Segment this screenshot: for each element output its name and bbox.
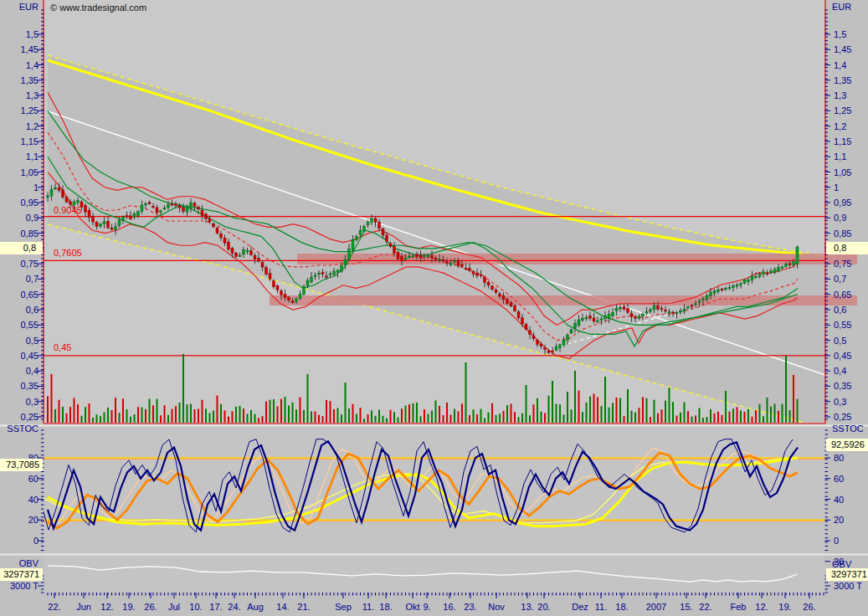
svg-text:22.: 22. [48,602,60,612]
svg-text:Aug: Aug [247,602,264,612]
x-axis: 22.Jun12.19.26.Jul10.17.24.Aug14.21.Sep1… [48,593,824,612]
svg-text:Okt: Okt [405,602,419,612]
svg-text:80: 80 [834,453,844,463]
svg-text:18.: 18. [615,602,628,612]
current-price-label-left: 0,8 [0,242,43,254]
obv-value-right: 3297371 [826,568,868,581]
svg-text:1: 1 [834,182,839,192]
svg-text:0,5: 0,5 [26,336,39,346]
obv-scale-tick-left: 3000 T [0,581,39,591]
svg-text:1: 1 [33,182,39,192]
svg-text:0,7: 0,7 [834,274,846,284]
svg-text:16.: 16. [443,602,455,612]
svg-text:1,5: 1,5 [834,29,846,39]
svg-text:60: 60 [834,474,844,484]
svg-text:1,2: 1,2 [26,121,39,131]
svg-text:1,15: 1,15 [21,136,39,146]
obv-scale-tick-right: 3000 T [834,581,862,591]
svg-text:0,3: 0,3 [26,397,39,407]
svg-text:20: 20 [834,515,844,525]
svg-text:1,4: 1,4 [834,60,846,70]
svg-text:0,65: 0,65 [834,290,851,300]
svg-text:1,05: 1,05 [21,167,39,177]
svg-text:0,75: 0,75 [21,259,39,269]
svg-text:1,2: 1,2 [834,121,846,131]
svg-text:0,65: 0,65 [21,290,39,300]
svg-text:0,95: 0,95 [834,198,851,208]
svg-text:1,45: 1,45 [21,44,39,54]
svg-text:0,3: 0,3 [834,397,846,407]
svg-text:21.: 21. [297,602,310,612]
level-label-0-7605: 0,7605 [54,248,82,258]
svg-text:Nov: Nov [488,602,505,612]
svg-text:40: 40 [834,495,844,505]
svg-text:40: 40 [28,495,39,505]
svg-text:12.: 12. [100,602,113,612]
svg-text:60: 60 [28,474,39,484]
svg-text:0,55: 0,55 [834,320,851,330]
svg-text:1,05: 1,05 [834,167,851,177]
obv-title-left: OBV [0,558,39,568]
svg-text:23.: 23. [464,602,476,612]
svg-text:0,6: 0,6 [834,305,846,315]
svg-text:20: 20 [28,515,39,525]
svg-text:0,55: 0,55 [21,320,39,330]
svg-text:1,1: 1,1 [26,151,39,162]
svg-text:11.: 11. [362,602,374,612]
svg-text:1,1: 1,1 [834,151,846,162]
svg-text:0,5: 0,5 [834,336,846,346]
svg-text:0: 0 [33,536,39,546]
svg-text:Dez: Dez [572,602,588,612]
svg-text:Jun: Jun [76,602,91,612]
svg-text:1,25: 1,25 [834,105,851,116]
tradesignal-chart-window: 1,51,51,451,451,41,41,351,351,31,31,251,… [0,0,868,616]
svg-text:11.: 11. [595,602,607,612]
level-label-0-9045: 0,9045 [54,205,82,215]
svg-text:1,45: 1,45 [834,44,851,54]
sstoc-title-left: SSTOC [0,424,39,434]
svg-text:13.: 13. [521,602,533,612]
svg-text:0,35: 0,35 [21,381,39,391]
svg-text:26.: 26. [803,602,815,612]
svg-text:14.: 14. [276,602,289,612]
sstoc-value-left: 73,7085 [0,459,43,471]
svg-text:0,35: 0,35 [834,381,851,391]
svg-text:Jul: Jul [168,602,180,612]
svg-text:1,35: 1,35 [21,75,39,85]
svg-text:1,4: 1,4 [26,60,39,70]
copyright-text: © www.tradesignal.com [50,3,146,13]
svg-text:0,85: 0,85 [21,228,39,239]
sstoc-title-right: SSTOC [832,424,864,434]
svg-text:Sep: Sep [335,602,352,612]
svg-text:1,25: 1,25 [21,105,39,116]
svg-text:0,25: 0,25 [834,412,851,422]
svg-text:1,3: 1,3 [26,90,39,100]
svg-text:0,45: 0,45 [21,351,39,361]
svg-text:19.: 19. [122,602,135,612]
svg-text:0: 0 [834,536,839,546]
svg-text:15.: 15. [680,602,692,612]
svg-text:0,6: 0,6 [26,305,39,315]
svg-text:9.: 9. [423,602,430,612]
svg-text:12.: 12. [755,602,768,612]
svg-text:0,75: 0,75 [834,259,851,269]
svg-text:Feb: Feb [731,602,747,612]
svg-text:26.: 26. [144,602,157,612]
chart-canvas[interactable]: 1,51,51,451,451,41,41,351,351,31,31,251,… [0,0,868,616]
svg-text:17.: 17. [209,602,222,612]
current-price-label-right: 0,8 [826,242,868,254]
currency-label-right: EUR [832,2,851,12]
sstoc-value-right: 92,5926 [826,439,868,451]
svg-text:2007: 2007 [646,602,666,612]
svg-text:1,35: 1,35 [834,75,851,85]
svg-text:0,95: 0,95 [21,198,39,208]
svg-text:10.: 10. [189,602,202,612]
svg-text:0,9: 0,9 [834,213,846,223]
svg-text:1,5: 1,5 [26,29,39,39]
svg-text:18.: 18. [379,602,392,612]
svg-text:1,3: 1,3 [834,90,846,100]
svg-text:0,7: 0,7 [26,274,39,284]
obv-value-left: 3297371 [0,568,43,581]
svg-text:24.: 24. [228,602,240,612]
svg-text:0,4: 0,4 [834,366,846,376]
